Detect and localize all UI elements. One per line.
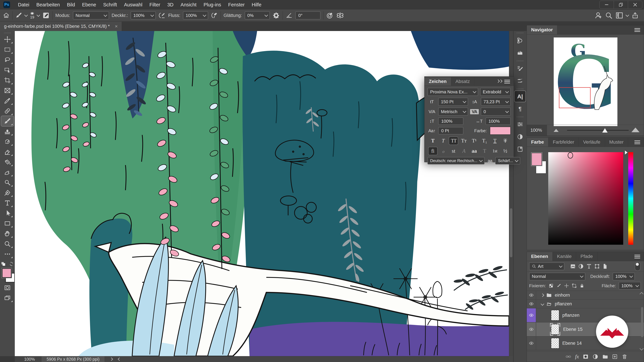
minimize-button[interactable] [600, 1, 614, 8]
status-chevron-left-icon[interactable] [118, 358, 121, 361]
foreground-color-swatch[interactable] [2, 268, 12, 278]
color-cursor[interactable] [568, 152, 573, 159]
zoom-tool[interactable] [1, 239, 14, 249]
document-tab[interactable]: g-einhorn-farbe.psd bei 100% (Ebene 15, … [0, 22, 122, 31]
zoom-in-icon[interactable] [632, 128, 640, 132]
clone-stamp-tool[interactable] [1, 126, 14, 136]
move-tool[interactable] [1, 34, 14, 44]
layer-row-einhorn[interactable]: einhorn [527, 291, 644, 300]
layer-row-pflanzen-group[interactable]: pflanzen [527, 300, 644, 308]
layer-thumbnail[interactable] [551, 324, 559, 335]
opacity-select[interactable]: 100% [131, 11, 156, 19]
superscript-button[interactable]: T¹ [470, 137, 479, 145]
lock-pixels-icon[interactable] [556, 283, 561, 288]
eyedropper-tool[interactable] [1, 95, 14, 106]
dock-history[interactable] [514, 35, 526, 46]
visibility-cell-highlighted[interactable] [527, 308, 536, 322]
leading-select[interactable]: 73,23 Pt [481, 98, 511, 106]
subscript-button[interactable]: T₁ [480, 137, 489, 145]
visibility-cell[interactable] [527, 337, 536, 350]
search-icon[interactable] [605, 11, 613, 19]
frame-tool[interactable] [1, 85, 14, 95]
filter-image-icon[interactable] [570, 264, 576, 269]
foreground-color-swatch[interactable] [532, 153, 542, 166]
pressure-size-icon[interactable] [326, 12, 334, 19]
toggle-brush-panel-icon[interactable] [42, 12, 50, 19]
new-group-icon[interactable] [602, 354, 608, 360]
filter-shape-icon[interactable] [594, 264, 600, 269]
navigator-zoom-field[interactable]: 100% [527, 125, 547, 136]
dock-grip[interactable] [517, 89, 524, 89]
airbrush-icon[interactable] [211, 12, 218, 19]
dock-libraries[interactable] [514, 144, 526, 155]
layer-blend-mode-select[interactable]: Normal [529, 273, 585, 280]
workspace-switcher-icon[interactable] [615, 11, 623, 19]
shape-tool[interactable] [1, 218, 14, 228]
screen-mode-button[interactable] [1, 293, 14, 303]
navigator-zoom-slider[interactable] [547, 125, 644, 136]
menu-bild[interactable]: Bild [64, 0, 78, 9]
hand-tool[interactable] [1, 228, 14, 239]
dock-brushes[interactable] [514, 75, 526, 86]
layers-scrollbar-thumb[interactable] [641, 307, 643, 337]
ordinals-button[interactable]: 1st [490, 147, 499, 155]
status-zoom-value[interactable]: 100% [24, 357, 35, 362]
dock-paragraph-panel[interactable]: ¶ [514, 103, 526, 114]
baseline-shift-field[interactable]: 0 Pt [438, 127, 464, 134]
type-tool[interactable] [1, 198, 14, 208]
brush-size-widget[interactable]: 19 [30, 12, 34, 19]
menu-3d[interactable]: 3D [164, 0, 177, 9]
menu-hilfe[interactable]: Hilfe [248, 0, 265, 9]
titling-alternates-button[interactable]: A [460, 147, 468, 155]
angle-field[interactable]: 0° [295, 11, 320, 19]
add-mask-icon[interactable] [582, 354, 589, 360]
tab-farbe[interactable]: Farbe [527, 138, 548, 147]
dodge-tool[interactable] [1, 177, 14, 188]
smoothing-select[interactable]: 0% [245, 11, 270, 19]
status-chevron-right-icon[interactable] [110, 358, 113, 361]
edit-toolbar-button[interactable] [1, 249, 14, 259]
dock-adjustments[interactable] [514, 131, 526, 142]
ligatures-button[interactable]: fi [428, 147, 437, 155]
delete-layer-icon[interactable] [622, 354, 628, 360]
smudge-tool[interactable] [1, 167, 14, 177]
lock-all-icon[interactable] [580, 283, 584, 288]
gear-icon[interactable] [272, 12, 280, 19]
eraser-tool[interactable] [1, 147, 14, 157]
discretionary-ligatures-button[interactable]: st [449, 147, 458, 155]
ornaments-button[interactable]: T [480, 147, 489, 155]
panel-menu-icon[interactable] [634, 142, 640, 143]
menu-auswahl[interactable]: Auswahl [120, 0, 146, 9]
group-expand-chevron[interactable] [541, 302, 544, 306]
layer-filter-select[interactable]: Art [529, 263, 564, 270]
panel-menu-icon[interactable] [634, 30, 640, 30]
chevron-down-icon[interactable] [24, 13, 28, 17]
font-style-select[interactable]: Extrabold [480, 88, 511, 96]
history-brush-tool[interactable] [1, 136, 14, 147]
filter-smart-object-icon[interactable] [602, 264, 608, 269]
layer-thumbnail[interactable] [551, 310, 559, 321]
small-caps-button[interactable]: Tᴛ [460, 137, 468, 145]
tab-absatz[interactable]: Absatz [451, 77, 474, 86]
hue-slider[interactable] [628, 152, 633, 245]
visibility-cell[interactable] [527, 291, 536, 299]
group-collapse-chevron[interactable] [541, 293, 544, 297]
marquee-tool[interactable] [1, 44, 14, 55]
visibility-cell[interactable] [527, 323, 536, 336]
layer-effects-icon[interactable]: fx [575, 354, 579, 360]
all-caps-button[interactable]: TT [449, 137, 458, 145]
faux-italic-button[interactable]: T [439, 137, 448, 145]
underline-button[interactable]: T [490, 137, 499, 145]
menu-ansicht[interactable]: Ansicht [177, 0, 200, 9]
layer-thumbnail[interactable] [551, 338, 559, 349]
filter-adjustment-icon[interactable] [578, 264, 584, 269]
kerning-select[interactable]: Metrisch [438, 108, 468, 116]
tab-ebenen[interactable]: Ebenen [527, 252, 552, 261]
filter-toggle[interactable] [635, 262, 640, 271]
strikethrough-button[interactable]: T [501, 137, 510, 145]
layer-row-pflanzen[interactable]: pflanzen [527, 308, 644, 323]
link-layers-icon[interactable] [565, 354, 572, 360]
slider-thumb[interactable] [602, 128, 608, 133]
layer-fill-select[interactable]: 100% [619, 282, 641, 290]
share-user-icon[interactable] [594, 11, 602, 19]
